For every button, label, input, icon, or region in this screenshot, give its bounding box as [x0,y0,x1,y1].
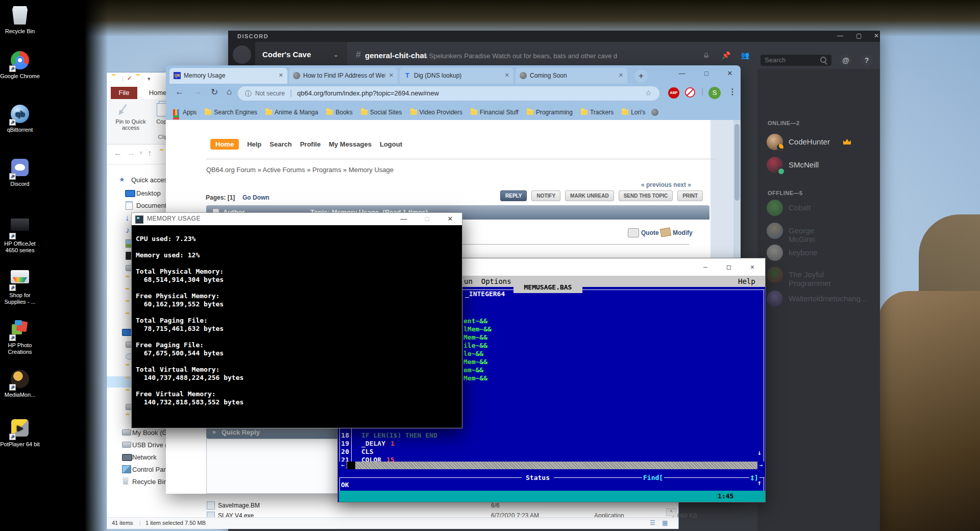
desktop-icon-mediamonkey[interactable]: ↗ MediaMon... [0,369,40,398]
bookmark-item[interactable]: Lori's [631,109,645,116]
menu-kebab-icon[interactable]: ⋮ [728,87,737,96]
back-icon[interactable]: ← [114,149,122,158]
up-icon[interactable]: ↑ [148,149,152,158]
minimize-icon[interactable]: — [837,32,843,39]
minimize-icon[interactable]: — [674,69,690,77]
members-icon[interactable]: 👥 [741,51,749,59]
scroll-up-icon[interactable]: ↑ [757,479,762,487]
maximize-icon[interactable]: □ [420,215,435,223]
go-down-link[interactable]: Go Down [242,194,270,201]
forward-icon[interactable]: → [193,87,202,97]
home-icon[interactable]: ⌂ [227,87,232,97]
back-icon[interactable]: ← [175,87,184,97]
tab-ip-address[interactable]: How to Find IP Address of Wel ✕ [289,68,398,84]
maximize-icon[interactable]: □ [699,69,714,77]
address-bar[interactable]: ⓘ Not secure | qb64.org/forum/index.php?… [238,86,659,101]
breadcrumb[interactable]: QB64.org Forum » Active Forums » Program… [206,166,394,174]
desktop-icon-shop-supplies[interactable]: ↗ Shop for Supplies - ... [0,267,40,305]
close-icon[interactable]: ✕ [745,263,760,271]
customize-toolbar-icon[interactable]: ▾ [148,76,151,82]
file-tab[interactable]: MEMUSAGE.BAS [513,282,582,293]
channel-topic[interactable]: A Spelunkers Paradise Watch out for bear… [423,52,699,60]
notify-button[interactable]: NOTIFY [531,190,560,201]
discord-home-icon[interactable] [233,45,251,64]
tab-coming-soon[interactable]: Coming Soon ✕ [516,68,627,84]
menu-items[interactable]: un Options [464,277,511,285]
profile-avatar[interactable]: S [708,87,721,99]
close-icon[interactable]: ✕ [722,69,738,77]
list-view-icon[interactable]: ☰ [650,519,655,526]
minimize-icon[interactable]: — [698,263,713,271]
scroll-right-icon[interactable]: → [757,462,765,469]
console-icon [135,215,143,224]
bookmark-item[interactable]: Video Providers [420,109,463,116]
recent-locations-icon[interactable]: ˅ [139,150,142,156]
info-icon[interactable]: ⓘ [245,89,252,99]
bookmark-apps[interactable]: Apps [183,109,197,116]
mark-unread-button[interactable]: MARK UNREAD [565,190,614,201]
bookmark-item[interactable]: Search Engines [214,109,257,116]
scroll-down-icon[interactable]: ↓ [757,449,762,456]
modify-link[interactable]: Modify [673,229,693,236]
tab-close-icon[interactable]: ✕ [619,72,623,79]
minimize-icon[interactable]: — [396,215,411,223]
send-topic-button[interactable]: SEND THIS TOPIC [619,190,673,201]
print-button[interactable]: PRINT [677,190,703,201]
desktop-icon-google-chrome[interactable]: ↗ Google Chrome [0,50,40,80]
desktop-icon-recycle-bin[interactable]: Recycle Bin [0,5,40,35]
tab-file[interactable]: File [111,87,137,99]
bookmark-item[interactable]: Financial Stuff [480,109,519,116]
desktop-icon-hp-officejet[interactable]: ↗ HP OfficeJet 4650 series [0,214,40,254]
bookmark-item[interactable]: Books [335,109,352,116]
desktop-icon-hp-photo[interactable]: ↗ HP Photo Creations [0,319,40,355]
tab-dig-dns[interactable]: T Dig (DNS lookup) ✕ [400,68,513,84]
close-icon[interactable]: ✕ [443,215,458,223]
nav-logout[interactable]: Logout [380,140,402,148]
tab-close-icon[interactable]: ✕ [389,72,394,79]
bookmark-item[interactable]: Trackers [590,109,614,116]
maximize-icon[interactable]: □ [721,263,737,271]
menu-help[interactable]: Help [738,277,755,285]
nav-profile[interactable]: Profile [300,140,321,148]
pin-icon[interactable]: 📌 [722,51,730,59]
scrollbar-thumb[interactable] [734,124,740,201]
reload-icon[interactable]: ↻ [211,87,218,98]
bookmark-item[interactable]: Social Sites [370,109,402,116]
reply-button[interactable]: REPLY [500,190,527,201]
new-tab-icon[interactable]: + [634,69,648,83]
forward-icon[interactable]: → [127,149,135,158]
music-icon[interactable]: ♪ [126,226,130,235]
nav-my-messages[interactable]: My Messages [329,140,372,148]
nav-search[interactable]: Search [270,140,291,148]
tab-close-icon[interactable]: ✕ [505,72,509,79]
find-label[interactable]: Find[ [642,474,664,481]
desktop-icon-qbittorrent[interactable]: qb↗ qBittorrent [0,104,40,133]
pin-to-quick-access-button[interactable]: Pin to Quick access [108,118,154,131]
tab-memory-usage[interactable]: QB Memory Usage ✕ [169,68,287,84]
quote-link[interactable]: Quote [641,229,659,236]
desktop-icon-discord[interactable]: ↗ Discord [0,157,40,187]
tab-close-icon[interactable]: ✕ [279,72,283,79]
adblock-plus-icon[interactable]: ABP [668,87,679,99]
nav-home[interactable]: Home [210,139,239,150]
scroll-left-icon[interactable]: ← [339,462,347,469]
close-icon[interactable]: ✕ [874,32,879,39]
maximize-icon[interactable]: ▢ [856,32,862,39]
details-view-icon[interactable]: ▦ [662,519,668,526]
help-icon[interactable]: ? [861,54,873,66]
mentions-icon[interactable]: @ [840,54,852,66]
bookmark-item[interactable]: Programming [536,109,573,116]
horizontal-scrollbar[interactable]: ← → [339,462,765,469]
bookmark-star-icon[interactable]: ☆ [645,89,652,97]
properties-icon[interactable]: ✓ [127,75,132,82]
scrollbar-thumb[interactable] [347,462,355,469]
scroll-up-icon[interactable]: ˄ [666,508,676,516]
nav-help[interactable]: Help [247,140,261,148]
bookmark-item[interactable]: Anime & Manga [275,109,318,116]
desktop-icon-potplayer[interactable]: ▶↗ PotPlayer 64 bit [0,418,40,448]
bell-icon[interactable]: 🕭 [703,51,710,59]
this-pc-icon[interactable] [122,329,132,336]
downloads-icon[interactable]: ↓ [125,213,129,223]
prev-next-links[interactable]: « previous next » [641,181,691,188]
blocked-icon[interactable] [685,87,695,98]
